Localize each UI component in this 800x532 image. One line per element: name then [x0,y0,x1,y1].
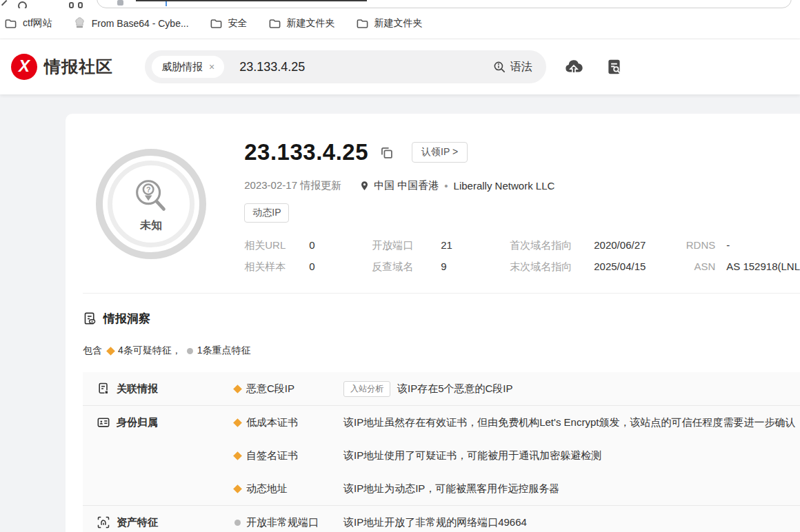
feature-low-cost-cert: 低成本证书 该IP地址虽然存在有效证书，但由免费机构Let's Encrypt颁… [234,406,800,439]
suspicious-diamond-icon [233,418,242,427]
ip-report-card: ? 未知 23.133.4.25 认领IP > 2023-02- [66,114,800,532]
ip-info: 23.133.4.25 认领IP > 2023-02-17 情报更新 中国 中国… [219,131,800,274]
fingerprint-icon [97,515,110,529]
stat-rdns: RDNS- [681,239,800,252]
suspicious-diamond-icon [233,385,242,393]
bookmark-label: 安全 [228,17,248,30]
bookmark-label: ctf网站 [23,17,52,30]
bookmark-label: 新建文件夹 [374,17,423,30]
unknown-magnifier-icon: ? [130,175,172,218]
insight-doc-eye-icon [83,311,97,326]
chef-hat-icon [73,17,86,30]
search-bar[interactable]: 威胁情报 × 23.133.4.25 语法 [145,50,546,83]
feature-malicious-c-segment: 恶意C段IP 入站分析 该IP存在5个恶意的C段IP [234,372,800,405]
header-icons [564,57,623,76]
stat-open-ports: 开放端口21 [372,239,510,252]
feature-unusual-port: 开放非常规端口 该IP地址开放了非常规的网络端口49664 [234,506,800,532]
browser-chrome-strip [0,0,800,8]
key-dot-icon [187,348,193,354]
stat-first-domain: 首次域名指向2020/06/27 [510,239,681,252]
insight-table: 关联情报 恶意C段IP 入站分析 该IP存在5个恶意的C段IP 身 [83,372,800,532]
bookmark-new-folder-2[interactable]: 新建文件夹 [356,17,423,30]
refresh-icon[interactable] [18,1,27,8]
syntax-magnifier-icon [493,61,506,74]
key-dot-icon [234,520,241,526]
section-divider [83,293,800,294]
stat-reverse-domains: 反查域名9 [372,260,510,274]
table-row-identity: 身份归属 低成本证书 该IP地址虽然存在有效证书，但由免费机构Let's Enc… [83,406,800,506]
search-input[interactable]: 23.133.4.25 [239,60,305,74]
stat-related-samples: 相关样本0 [244,260,372,274]
bookmark-label: From Base64 - Cybe... [92,18,189,29]
dynamic-ip-tag[interactable]: 动态IP [244,203,289,223]
ip-meta-row: 2023-02-17 情报更新 中国 中国香港 • Liberally Netw… [244,179,800,192]
stat-last-domain: 末次域名指向2025/04/15 [510,260,681,274]
syntax-label: 语法 [510,60,532,74]
feature-dynamic-address: 动态地址 该IP地址为动态IP，可能被黑客用作远控服务器 [234,472,800,505]
insight-section-title: 情报洞察 [103,311,150,327]
ip-profile-section: ? 未知 23.133.4.25 认领IP > 2023-02- [83,131,800,274]
verdict-avatar: ? 未知 [83,131,219,274]
bookmarks-bar: ctf网站 From Base64 - Cybe... 安全 新建文件夹 新建文… [0,8,800,39]
report-search-icon[interactable] [606,58,623,76]
site-header: X 情报社区 威胁情报 × 23.133.4.25 语法 [0,39,800,94]
syntax-button[interactable]: 语法 [493,60,532,74]
upload-cloud-icon[interactable] [564,57,583,76]
insight-summary: 包含 4条可疑特征， 1条重点特征 [83,345,800,357]
folder-icon [4,17,17,30]
table-row-asset: 资产特征 开放非常规端口 该IP地址开放了非常规的网络端口49664 [83,506,800,532]
bookmark-ctf[interactable]: ctf网站 [4,17,52,30]
claim-ip-button[interactable]: 认领IP > [412,142,468,163]
folder-icon [210,17,223,30]
bookmark-new-folder-1[interactable]: 新建文件夹 [268,17,335,30]
active-tab-edge [136,0,367,1]
intel-updated: 2023-02-17 情报更新 [244,179,341,192]
search-type-tag[interactable]: 威胁情报 × [152,56,224,78]
site-favicon [117,0,123,6]
back-arrow-icon[interactable] [1,0,11,8]
stat-asn: ASNAS 152918(LNL-AS-A [681,260,800,274]
suspicious-count: 4条可疑特征， [118,345,181,357]
verdict-ring: ? 未知 [96,149,206,259]
svg-text:?: ? [146,185,151,194]
site-logo[interactable]: X 情报社区 [11,54,113,80]
isp-name: Liberally Network LLC [454,180,555,192]
brand-name: 情报社区 [44,56,113,78]
tag-close-icon[interactable]: × [209,61,214,72]
bookmark-cyberchef[interactable]: From Base64 - Cybe... [73,17,189,30]
folder-icon [356,17,369,30]
suspicious-diamond-icon [106,347,115,356]
page-title-ip: 23.133.4.25 [244,139,368,165]
ip-stats: 相关URL0 开放端口21 首次域名指向2020/06/27 RDNS- 相关样… [244,239,800,274]
geo-location: 中国 中国香港 [374,179,439,192]
suspicious-diamond-icon [233,451,242,460]
location-pin-icon [359,181,370,191]
key-count: 1条重点特征 [197,345,251,357]
folder-icon [268,17,281,30]
suspicious-diamond-icon [233,484,242,493]
bookmark-label: 新建文件夹 [287,17,335,30]
search-tag-label: 威胁情报 [161,61,203,74]
verdict-label: 未知 [140,218,162,233]
feature-self-signed-cert: 自签名证书 该IP地址使用了可疑证书，可能被用于通讯加密躲避检测 [234,439,800,472]
copy-icon[interactable] [379,145,394,160]
inbound-analysis-badge[interactable]: 入站分析 [343,381,390,397]
related-intel-icon [97,382,110,396]
id-card-icon [97,416,110,429]
stat-related-url: 相关URL0 [244,239,372,252]
page-background: ? 未知 23.133.4.25 认领IP > 2023-02- [0,94,800,513]
threatbook-x-icon: X [11,54,37,80]
bookmark-security[interactable]: 安全 [210,17,248,30]
table-row-related-intel: 关联情报 恶意C段IP 入站分析 该IP存在5个恶意的C段IP [83,372,800,406]
extensions-icon[interactable] [69,2,84,8]
